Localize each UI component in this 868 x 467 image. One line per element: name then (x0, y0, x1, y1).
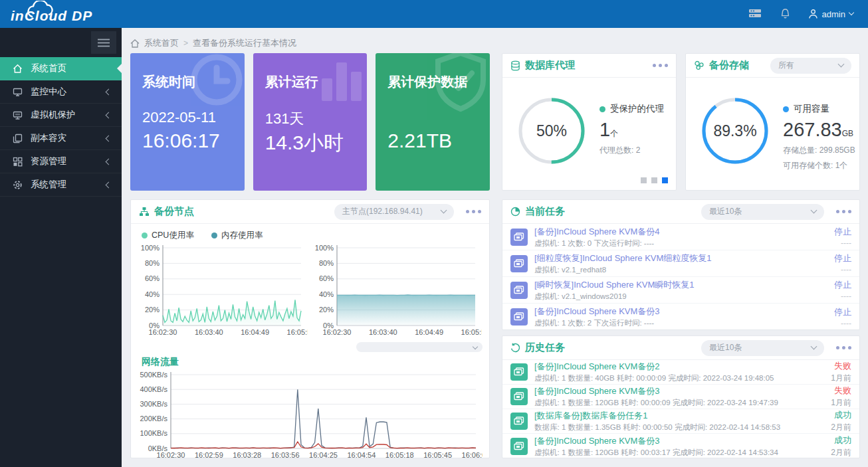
username: admin (822, 9, 845, 19)
home-icon (13, 64, 23, 74)
card-volume: 2.21TB (387, 130, 478, 152)
storage-filter-select[interactable]: 所有 (770, 58, 851, 74)
storage-count: 可用存储个数: 1个 (783, 160, 855, 171)
svg-text:16:03:40: 16:03:40 (369, 328, 397, 336)
card-title: 系统时间 (142, 73, 233, 91)
legend-label: 可用容量 (794, 103, 829, 115)
legend-dot (599, 106, 605, 112)
panel-title: 数据库代理 (525, 59, 575, 72)
current-tasks-panel: 当前任务 最近10条 [备份]InCloud Sphere KVM备份4虚拟机:… (502, 199, 860, 330)
task-name-link[interactable]: [备份]InCloud Sphere KVM备份3 (534, 385, 824, 397)
protected-data-card: 累计保护数据 2.21TB (376, 53, 490, 191)
svg-text:200KB/s: 200KB/s (140, 415, 167, 422)
storage-cluster-icon (694, 60, 705, 70)
task-name-link[interactable]: [备份]InCloud Sphere KVM备份3 (534, 306, 827, 318)
legend-cpu: CPU使用率 (142, 230, 194, 241)
svg-text:16:04:25: 16:04:25 (309, 451, 338, 459)
legend-dot-cpu (142, 233, 148, 238)
panel-pager (636, 177, 668, 183)
panel-menu-button[interactable] (833, 346, 851, 349)
task-name-link[interactable]: [瞬时恢复]InCloud Sphere KVM瞬时恢复1 (534, 279, 827, 291)
task-status[interactable]: 停止 (834, 252, 851, 264)
task-detail: 虚拟机: 1 数据量: 120GB 耗时: 00:03:17 完成时间: 202… (534, 448, 824, 458)
bell-icon[interactable] (780, 8, 791, 21)
vm-icon (510, 282, 528, 299)
card-hours: 14.3小时 (265, 130, 356, 157)
current-tasks-filter[interactable]: 最近10条 (701, 204, 824, 220)
sidebar-item-label: 虚拟机保护 (31, 109, 76, 121)
sidebar-item-label: 资源管理 (31, 155, 66, 167)
svg-text:16:05:45: 16:05:45 (423, 451, 452, 459)
node-select-value: 主节点(192.168.94.41) (342, 206, 423, 217)
task-row: [瞬时恢复]InCloud Sphere KVM瞬时恢复1虚拟机: v2.1_w… (502, 277, 859, 304)
task-name-link[interactable]: [备份]InCloud Sphere KVM备份4 (534, 226, 827, 238)
sidebar-item-settings[interactable]: 系统管理 (0, 173, 122, 197)
network-traffic-chart: 0KB/s100KB/s200KB/s300KB/s400KB/s500KB/s… (134, 369, 483, 460)
filter-value: 最近10条 (709, 342, 742, 353)
panel-menu-button[interactable] (463, 210, 481, 213)
database-icon (510, 60, 520, 71)
task-name-link[interactable]: [数据库备份]数据库备份任务1 (534, 410, 824, 422)
task-name-link[interactable]: [备份]InCloud Sphere KVM备份2 (534, 361, 824, 373)
svg-text:40%: 40% (319, 290, 334, 298)
sidebar-collapse-button[interactable] (91, 31, 116, 54)
task-row: [备份]InCloud Sphere KVM备份3虚拟机: 1 次数: 2 下次… (502, 304, 859, 330)
task-time: 2月前 (831, 447, 851, 458)
task-status[interactable]: 停止 (834, 226, 851, 238)
network-interface-select[interactable] (356, 342, 483, 352)
svg-text:40%: 40% (145, 290, 160, 298)
panel-title: 当前任务 (525, 205, 565, 218)
available-capacity-value: 267.83GB (783, 119, 855, 141)
task-name-link[interactable]: [细粒度恢复]InCloud Sphere KVM细粒度恢复1 (534, 252, 827, 264)
user-menu[interactable]: admin (808, 9, 853, 19)
display-icon (13, 110, 23, 120)
card-time: 16:06:17 (142, 130, 233, 152)
svg-text:16:03:28: 16:03:28 (233, 451, 261, 459)
sidebar-item-resources[interactable]: 资源管理 (0, 150, 122, 173)
svg-text:300KB/s: 300KB/s (140, 400, 167, 408)
pager-dot[interactable] (641, 177, 647, 183)
backup-storage-panel: 备份存储 所有 89.3% 可用容量 (685, 53, 860, 191)
task-name-link[interactable]: [备份]InCloud Sphere KVM备份3 (534, 435, 824, 447)
vm-icon (510, 438, 528, 455)
sidebar-item-monitor[interactable]: 监控中心 (0, 80, 122, 104)
sitemap-icon (139, 207, 150, 217)
pager-dot[interactable] (651, 177, 657, 183)
task-status[interactable]: 停止 (834, 306, 851, 318)
storage-donut: 89.3% (698, 94, 772, 168)
history-tasks-filter[interactable]: 最近10条 (701, 340, 824, 356)
protected-agents-value: 1个 (599, 119, 664, 141)
task-time: ---- (834, 238, 851, 248)
breadcrumb-home[interactable]: 系统首页 (144, 37, 179, 49)
task-row: [备份]InCloud Sphere KVM备份4虚拟机: 1 次数: 0 下次… (502, 224, 859, 250)
svg-text:100%: 100% (141, 244, 160, 252)
pager-dot-active[interactable] (662, 177, 668, 183)
sidebar-item-home[interactable]: 系统首页 (0, 57, 122, 80)
task-detail: 虚拟机: 1 次数: 0 下次运行时间: ---- (534, 238, 827, 248)
chevron-left-icon (106, 112, 112, 118)
sidebar-item-vm-protect[interactable]: 虚拟机保护 (0, 104, 122, 127)
svg-text:16:05:18: 16:05:18 (385, 451, 414, 459)
chevron-down-icon (473, 343, 478, 349)
storage-filter-value: 所有 (778, 60, 794, 71)
uptime-card: 累计运行 131天 14.3小时 (253, 53, 368, 191)
card-title: 累计运行 (265, 73, 356, 91)
user-icon (808, 9, 818, 19)
panel-menu-button[interactable] (650, 64, 668, 67)
breadcrumb-current: 查看备份系统运行基本情况 (193, 37, 296, 49)
legend-label: 内存使用率 (221, 230, 263, 241)
sidebar-item-replica-dr[interactable]: 副本容灾 (0, 127, 122, 150)
chevron-left-icon (106, 135, 112, 141)
main-content: 系统首页 > 查看备份系统运行基本情况 系统时间 2022-05-11 16:0… (122, 28, 868, 458)
task-detail: 虚拟机: v2.1_windows2019 (534, 292, 827, 302)
svg-text:50%: 50% (536, 122, 567, 140)
svg-text:16:04:49: 16:04:49 (415, 328, 443, 336)
node-select[interactable]: 主节点(192.168.94.41) (334, 204, 454, 220)
storage-total: 存储总量: 299.85GB (783, 145, 855, 156)
svg-text:16:04:49: 16:04:49 (241, 328, 269, 336)
server-icon[interactable] (748, 8, 762, 20)
task-status[interactable]: 停止 (834, 279, 851, 291)
panel-menu-button[interactable] (833, 210, 851, 213)
sidebar: 系统首页 监控中心 虚拟机保护 副本容灾 资源管理 系统管理 (0, 28, 122, 467)
app-logo[interactable]: inCloud DP (11, 0, 92, 28)
